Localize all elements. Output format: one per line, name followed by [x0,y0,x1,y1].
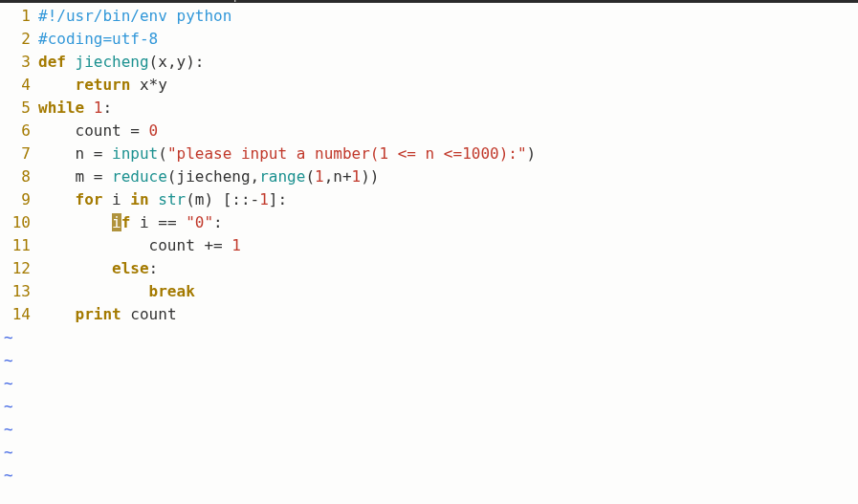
colon: : [149,259,159,277]
code-line[interactable]: 9 for i in str(m) [::-1]: [0,188,858,211]
code-line[interactable]: 8 m = reduce(jiecheng,range(1,n+1)) [0,165,858,188]
keyword-if: f [121,213,131,231]
code-line[interactable]: 5 while 1: [0,97,858,120]
comment: #!/usr/bin/env python [38,7,231,25]
cursor: i [112,213,121,231]
code-line[interactable]: 6 count = 0 [0,120,858,142]
code-content[interactable]: while 1: [38,97,858,120]
indent [38,76,76,94]
line-number: 5 [0,97,38,120]
code-content[interactable]: #!/usr/bin/env python [38,5,858,28]
var: i == [140,213,186,231]
code-line[interactable]: 13 break [0,280,858,303]
line-number: 2 [0,28,38,51]
line-number: 13 [0,280,38,303]
code-line[interactable]: 2 #coding=utf-8 [0,28,858,51]
line-number: 7 [0,142,38,165]
tilde-line: ~ [0,326,858,349]
tilde-line: ~ [0,418,858,441]
string: "0" [186,213,213,231]
code-content[interactable]: for i in str(m) [::-1]: [38,188,858,211]
code-line[interactable]: 11 count += 1 [0,234,858,257]
rparen: ) [527,144,537,163]
number: 1 [259,190,269,208]
builtin-str: str [158,190,186,208]
line-number: 8 [0,165,38,188]
line-number: 11 [0,234,38,257]
tilde-line: ~ [0,372,858,395]
lparen: ( [158,144,167,163]
code-content[interactable]: count = 0 [38,120,858,142]
code-line[interactable]: 4 return x*y [0,74,858,97]
tilde-line: ~ [0,349,858,372]
expr: x*y [140,76,167,94]
code-line[interactable]: 3 def jiecheng(x,y): [0,51,858,74]
space [102,190,112,208]
space [130,213,140,231]
number: 1 [352,167,362,186]
line-number: 1 [0,5,38,28]
editor-area[interactable]: 1 #!/usr/bin/env python 2 #coding=utf-8 … [0,3,858,487]
code-content[interactable]: return x*y [38,74,858,97]
keyword-print: print [76,305,121,323]
code-line[interactable]: 12 else: [0,257,858,280]
indent [38,282,149,300]
identifier: count = [76,121,149,140]
space [121,305,131,323]
mid: ,n+ [324,167,352,186]
end: ]: [269,190,287,208]
identifier: m = [76,167,113,186]
string: "please input a number(1 <= n <=1000):" [167,144,527,163]
identifier: count [130,305,176,323]
indent [38,305,76,323]
tilde-line: ~ [0,441,858,464]
code-content[interactable]: count += 1 [38,234,858,257]
line-number: 14 [0,303,38,326]
keyword-def: def [38,53,66,71]
space [66,53,76,71]
line-number: 4 [0,74,38,97]
colon: : [102,99,112,117]
code-content[interactable]: if i == "0": [38,211,858,234]
code-content[interactable]: else: [38,257,858,280]
code-content[interactable]: #coding=utf-8 [38,28,858,51]
space [130,76,140,94]
line-number: 12 [0,257,38,280]
keyword-for: for [76,190,103,208]
code-content[interactable]: break [38,280,858,303]
lparen: ( [305,167,315,186]
tilde-line: ~ [0,464,858,487]
keyword-break: break [149,282,195,300]
code-content[interactable]: def jiecheng(x,y): [38,51,858,74]
space [149,190,159,208]
keyword-else: else [112,259,149,277]
comment: #coding=utf-8 [38,30,158,48]
indent [38,190,76,208]
line-number: 3 [0,51,38,74]
keyword-while: while [38,99,84,117]
indent [38,144,76,163]
code-line[interactable]: 14 print count [0,303,858,326]
indent [38,213,112,231]
code-line[interactable]: 7 n = input("please input a number(1 <= … [0,142,858,165]
identifier: n = [76,144,113,163]
line-number: 6 [0,120,38,142]
indent [38,121,76,140]
keyword-in: in [130,190,148,208]
rparen: )) [361,167,379,186]
args: (x,y): [149,53,205,71]
code-line[interactable]: 1 #!/usr/bin/env python [0,5,858,28]
code-content[interactable]: print count [38,303,858,326]
number: 1 [231,236,241,254]
colon: : [213,213,223,231]
number: 1 [94,99,103,117]
code-content[interactable]: n = input("please input a number(1 <= n … [38,142,858,165]
identifier: count += [149,236,232,254]
tilde-line: ~ [0,395,858,418]
number: 0 [149,121,159,140]
code-content[interactable]: m = reduce(jiecheng,range(1,n+1)) [38,165,858,188]
args: (m) [::- [186,190,259,208]
arg: jiecheng, [177,167,260,186]
keyword-return: return [76,76,131,94]
code-line[interactable]: 10 if i == "0": [0,211,858,234]
